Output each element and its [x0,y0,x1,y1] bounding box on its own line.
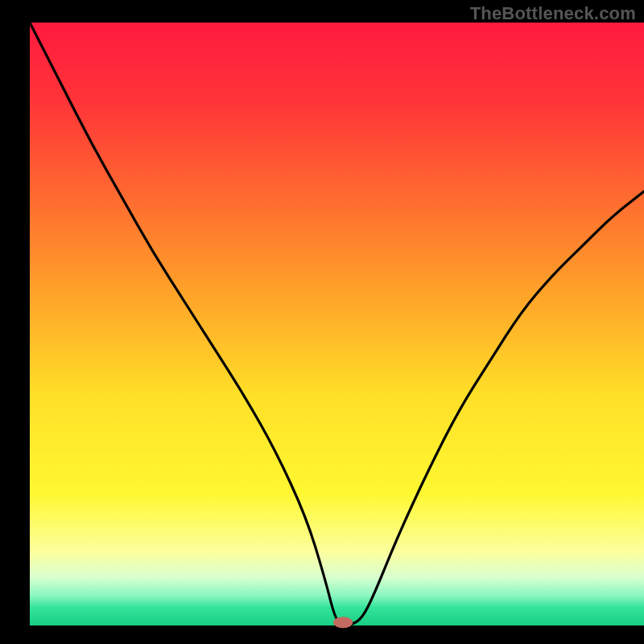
watermark-text: TheBottleneck.com [470,3,636,24]
chart-frame: TheBottleneck.com [0,0,644,644]
optimal-point-marker [333,617,353,628]
bottleneck-chart [0,0,644,644]
plot-background [30,23,644,625]
